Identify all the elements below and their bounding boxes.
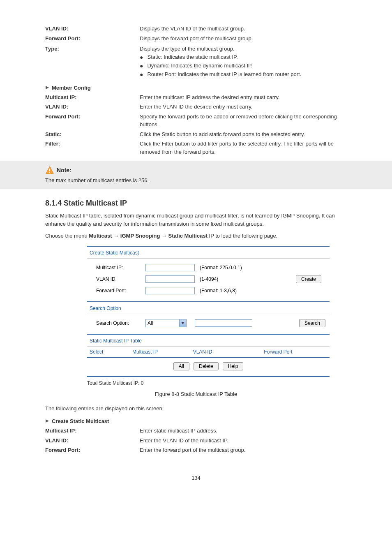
cs-desc: Enter the VLAN ID of the multicast IP. xyxy=(140,437,347,445)
cs-label: VLAN ID: xyxy=(45,437,140,445)
note-title: Note: xyxy=(57,167,71,173)
field-type: Type: Displays the type of the multicast… xyxy=(45,45,347,79)
label-forward-port: Forward Port: xyxy=(45,35,140,43)
label-vlan-id: VLAN ID: xyxy=(45,25,140,33)
note-box: Note: The max number of multicast entrie… xyxy=(0,161,392,189)
cs-desc: Enter static multicast IP address. xyxy=(140,427,347,435)
nav-suffix: IP to load the following page. xyxy=(209,233,278,239)
create-button[interactable]: Create xyxy=(296,275,321,283)
mc-forward-port: Forward Port: Specify the forward ports … xyxy=(45,113,347,129)
delete-button[interactable]: Delete xyxy=(194,362,219,370)
mc-label: VLAN ID: xyxy=(45,103,140,111)
th-select: Select xyxy=(90,349,114,355)
all-button[interactable]: All xyxy=(173,362,189,370)
nav-line: Choose the menu Multicast → IGMP Snoopin… xyxy=(45,232,347,240)
hint-multicast-ip: (Format: 225.0.0.1) xyxy=(200,265,242,271)
mc-static: Static: Click the Static button to add s… xyxy=(45,130,347,139)
lbl-multicast-ip: Multicast IP: xyxy=(91,265,145,271)
lbl-search-option: Search Option: xyxy=(91,320,145,326)
type-bullet-text: Dynamic: Indicates the dynamic multicast… xyxy=(147,62,252,70)
forward-port-input[interactable] xyxy=(145,287,195,294)
mc-desc: Click the Filter button to add filter po… xyxy=(140,140,347,156)
arrow-icon: → xyxy=(161,233,167,239)
warning-icon xyxy=(45,166,54,175)
nav-static-multicast: Static Multicast xyxy=(168,233,208,239)
section-heading: 8.1.4 Static Multicast IP xyxy=(45,199,347,208)
table-buttons: All Delete Help xyxy=(87,358,330,376)
bullet-icon: ● xyxy=(140,53,143,62)
entries-intro: The following entries are displayed on t… xyxy=(45,405,347,413)
cs-desc: Enter the forward port of the multicast … xyxy=(140,446,347,454)
cs-forward-port: Forward Port: Enter the forward port of … xyxy=(45,446,347,454)
th-vlan-id: VLAN ID xyxy=(176,349,229,355)
field-vlan-id: VLAN ID: Displays the VLAN ID of the mul… xyxy=(45,25,347,33)
search-option-select[interactable]: All xyxy=(145,319,187,327)
lbl-vlan-id: VLAN ID: xyxy=(91,276,145,282)
type-bullet-router: ● Router Port: Indicates the multicast I… xyxy=(140,70,347,79)
multicast-ip-input[interactable] xyxy=(145,264,195,271)
mc-label: Filter: xyxy=(45,140,140,156)
vlan-id-input[interactable] xyxy=(145,275,195,283)
static-table-title: Static Multicast IP Table xyxy=(87,335,330,346)
help-button[interactable]: Help xyxy=(223,362,244,370)
type-intro: Displays the type of the multicast group… xyxy=(140,45,347,53)
svg-marker-0 xyxy=(46,86,49,89)
mc-vlan-id: VLAN ID: Enter the VLAN ID the desired e… xyxy=(45,103,347,111)
cs-multicast-ip: Multicast IP: Enter static multicast IP … xyxy=(45,427,347,435)
mc-desc: Click the Static button to add static fo… xyxy=(140,130,347,139)
svg-marker-5 xyxy=(46,419,49,423)
svg-rect-3 xyxy=(49,172,50,173)
mc-desc: Enter the VLAN ID the desired entry must… xyxy=(140,103,347,111)
label-type: Type: xyxy=(45,45,140,79)
type-bullet-text: Router Port: Indicates the multicast IP … xyxy=(147,70,301,79)
arrow-icon: → xyxy=(113,233,119,239)
cs-label: Forward Port: xyxy=(45,446,140,454)
svg-marker-4 xyxy=(181,322,184,324)
create-form: Multicast IP: (Format: 225.0.0.1) VLAN I… xyxy=(87,259,330,301)
desc-forward-port: Displays the forward port of the multica… xyxy=(140,35,347,43)
mc-label: Static: xyxy=(45,130,140,139)
figure-8-8: Create Static Multicast Multicast IP: (F… xyxy=(70,246,347,386)
note-body: The max number of multicast entries is 2… xyxy=(45,177,347,183)
search-input[interactable] xyxy=(195,319,252,327)
note-heading: Note: xyxy=(45,166,347,175)
search-form: Search Option: All Search xyxy=(87,314,330,334)
section-paragraph: Static Multicast IP table, isolated from… xyxy=(45,212,347,228)
search-button[interactable]: Search xyxy=(299,319,325,327)
create-static-title-text: Create Static Multicast xyxy=(52,418,109,424)
member-config-heading: Member Config xyxy=(45,85,347,91)
type-bullet-text: Static: Indicates the static multicast I… xyxy=(147,53,238,61)
mc-filter: Filter: Click the Filter button to add f… xyxy=(45,140,347,156)
nav-igmp: IGMP Snooping xyxy=(120,233,160,239)
mc-multicast-ip: Multicast IP: Enter the multicast IP add… xyxy=(45,93,347,102)
page-number: 134 xyxy=(45,475,347,481)
member-config-title: Member Config xyxy=(52,85,91,91)
bullet-icon: ● xyxy=(140,70,143,79)
field-forward-port: Forward Port: Displays the forward port … xyxy=(45,35,347,43)
mc-label: Forward Port: xyxy=(45,113,140,129)
table-header: Select Multicast IP VLAN ID Forward Port xyxy=(87,347,330,358)
cs-label: Multicast IP: xyxy=(45,427,140,435)
type-bullet-static: ● Static: Indicates the static multicast… xyxy=(140,53,347,62)
search-option-value: All xyxy=(148,320,153,326)
cs-vlan-id: VLAN ID: Enter the VLAN ID of the multic… xyxy=(45,437,347,445)
ui-panel: Create Static Multicast Multicast IP: (F… xyxy=(87,246,330,377)
lbl-forward-port: Forward Port: xyxy=(91,288,145,294)
type-bullet-dynamic: ● Dynamic: Indicates the dynamic multica… xyxy=(140,62,347,70)
desc-vlan-id: Displays the VLAN ID of the multicast gr… xyxy=(140,25,347,33)
total-line: Total Static Multicast IP: 0 xyxy=(87,377,330,386)
chevron-down-icon xyxy=(179,319,186,327)
th-multicast-ip: Multicast IP xyxy=(114,349,176,355)
search-option-title: Search Option xyxy=(87,302,330,314)
create-static-heading: Create Static Multicast xyxy=(45,418,347,424)
create-static-title: Create Static Multicast xyxy=(87,247,330,258)
chevron-icon xyxy=(45,85,49,91)
chevron-icon xyxy=(45,418,49,424)
mc-label: Multicast IP: xyxy=(45,93,140,102)
mc-desc: Enter the multicast IP address the desir… xyxy=(140,93,347,102)
hint-forward-port: (Format: 1-3,6,8) xyxy=(200,288,237,294)
hint-vlan-id: (1-4094) xyxy=(200,276,218,282)
bullet-icon: ● xyxy=(140,62,143,70)
mc-desc: Specify the forward ports to be added or… xyxy=(140,113,347,129)
svg-rect-2 xyxy=(49,169,50,171)
